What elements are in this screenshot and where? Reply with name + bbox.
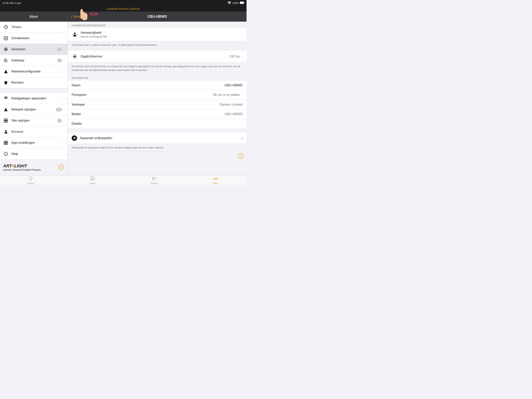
disconnect-row[interactable]: ✕ Apparaat ontkoppelen › bbox=[68, 133, 247, 144]
netwerkconfiguratie-chevron-icon: › bbox=[63, 70, 64, 74]
svg-point-16 bbox=[5, 130, 7, 132]
svg-rect-14 bbox=[4, 121, 6, 122]
svg-rect-15 bbox=[6, 121, 8, 122]
date: Ma 11 jan. bbox=[10, 1, 22, 5]
tab-lampen[interactable]: Lampen bbox=[0, 176, 62, 185]
tab-bar: Lampen A Galerij Scènes ••• Meer bbox=[0, 175, 247, 185]
app-instellingen-chevron-icon: › bbox=[63, 141, 64, 145]
lampen-tab-label: Lampen bbox=[27, 182, 35, 185]
logo-tagline: Importer Casambi Enabled Products bbox=[3, 168, 64, 171]
sidebar-item-nabijgelegen[interactable]: Nabijgelegen apparaten › bbox=[0, 93, 68, 104]
info-row-verkoper: Verkoper Danlers Limited bbox=[68, 100, 247, 109]
sidebar-item-gateway[interactable]: Gateway 1 › bbox=[0, 55, 68, 66]
wifi-icon bbox=[228, 1, 231, 5]
info-row-naam: Naam CBU-HBWD bbox=[68, 81, 247, 90]
status-bar-left: 14:38 Ma 11 jan. bbox=[2, 1, 22, 5]
netwerk-wijzigen-chevron-icon: › bbox=[63, 108, 64, 112]
model-label: Model bbox=[72, 112, 111, 116]
svg-line-30 bbox=[76, 58, 76, 58]
disconnect-chevron-icon: › bbox=[242, 136, 243, 140]
tab-galerij[interactable]: A Galerij bbox=[62, 176, 123, 185]
svg-marker-11 bbox=[4, 108, 8, 111]
sidebar-item-app-instellingen[interactable]: App-instellingen › bbox=[0, 137, 68, 148]
svg-text:A: A bbox=[92, 178, 93, 180]
sidebar-item-label-rechten: Rechten bbox=[11, 81, 63, 84]
daglichtsensor-value: 132 lux bbox=[229, 55, 240, 58]
schakelaars-icon bbox=[3, 35, 9, 41]
svg-rect-17 bbox=[4, 141, 6, 143]
site-wijzigen-chevron-icon: › bbox=[63, 119, 64, 123]
verkoper-value: Danlers Limited bbox=[111, 103, 243, 107]
aanwezigheid-main: Aanwezigheid Kamer overdag [2:00] bbox=[81, 31, 241, 38]
tab-meer[interactable]: ••• Meer bbox=[185, 176, 247, 184]
svg-point-8 bbox=[6, 59, 6, 60]
nav-header: Meer ‹ Terug CBU-HBWD bbox=[0, 12, 247, 22]
aanwezigheid-chevron-icon: › bbox=[241, 32, 243, 37]
sidebar-item-label-gateway: Gateway bbox=[11, 58, 57, 62]
details-chevron-icon: › bbox=[241, 122, 243, 126]
aanwezigheid-row[interactable]: Aanwezigheid Kamer overdag [2:00] › bbox=[68, 28, 247, 41]
sidebar-item-help[interactable]: i Help › bbox=[0, 148, 68, 160]
lampen-tab-icon bbox=[29, 176, 33, 182]
netwerkconfiguratie-icon bbox=[3, 69, 9, 74]
help-icon: i bbox=[3, 151, 9, 157]
sidebar-item-label-app-instellingen: App-instellingen bbox=[11, 141, 63, 145]
rechten-icon bbox=[3, 80, 9, 85]
svg-rect-0 bbox=[240, 1, 244, 4]
battery-icon bbox=[240, 1, 244, 5]
sidebar-item-sensoren[interactable]: Sensoren 1 › bbox=[0, 44, 68, 55]
sidebar-item-timers[interactable]: Timers › bbox=[0, 22, 68, 33]
account-icon bbox=[3, 129, 9, 135]
naam-label: Naam bbox=[72, 83, 111, 87]
help-chevron-icon: › bbox=[63, 152, 64, 156]
nabijgelegen-icon bbox=[3, 96, 9, 101]
back-button[interactable]: ‹ Terug bbox=[71, 14, 81, 19]
content-area: AANWEZIGHEIDSSENSOR Aanwezigheid Kamer o… bbox=[68, 22, 247, 175]
disconnect-label: Apparaat ontkoppelen bbox=[80, 136, 242, 140]
content-help-button[interactable]: ? bbox=[238, 153, 243, 159]
time: 14:38 bbox=[2, 1, 9, 5]
gateway-badge: 1 bbox=[57, 59, 62, 62]
svg-marker-9 bbox=[4, 70, 8, 73]
info-row-details[interactable]: Details › bbox=[68, 119, 247, 129]
svg-rect-12 bbox=[4, 119, 6, 120]
tab-scenes[interactable]: Scènes bbox=[123, 176, 185, 185]
svg-line-31 bbox=[76, 55, 76, 55]
sidebar-help-button[interactable]: ? bbox=[58, 165, 64, 170]
pictogram-label: Pictogram bbox=[72, 93, 111, 97]
daglicht-icon bbox=[72, 53, 78, 60]
sidebar-item-label-nabijgelegen: Nabijgelegen apparaten bbox=[11, 97, 63, 100]
naam-value: CBU-HBWD bbox=[111, 83, 243, 87]
svg-rect-18 bbox=[6, 141, 8, 143]
netwerk-wijzigen-badge: 32 bbox=[56, 108, 62, 111]
info-row-pictogram[interactable]: Pictogram Tik om in te stellen › bbox=[68, 90, 247, 100]
daglichtsensor-row[interactable]: Daglichtsensor 132 lux › bbox=[68, 51, 247, 63]
klik-label: KLIK bbox=[90, 12, 98, 16]
kc-title: Casambi Kennis Centrum bbox=[107, 7, 140, 10]
status-bar-right: 100% bbox=[228, 1, 244, 5]
sidebar-item-label-site-wijzigen: Site wijzigen bbox=[11, 119, 57, 122]
page-title: CBU-HBWD bbox=[147, 15, 167, 19]
main-layout: Timers › Schakelaars › Sensoren bbox=[0, 22, 247, 175]
logo-text: ART4LIGHT bbox=[3, 163, 64, 168]
info-row-model: Model CBU-HBWD bbox=[68, 109, 247, 119]
sidebar-item-label-netwerk-wijzigen: Netwerk wijzigen bbox=[11, 108, 56, 111]
sidebar-item-schakelaars[interactable]: Schakelaars › bbox=[0, 33, 68, 44]
svg-point-6 bbox=[5, 49, 7, 50]
daglichtsensor-chevron-icon: › bbox=[241, 54, 243, 58]
sidebar-item-account[interactable]: Account › bbox=[0, 126, 68, 137]
svg-point-10 bbox=[5, 98, 6, 99]
rechten-chevron-icon: › bbox=[63, 81, 64, 85]
sidebar-item-rechten[interactable]: Rechten › bbox=[0, 77, 68, 88]
account-chevron-icon: › bbox=[63, 130, 64, 134]
svg-line-29 bbox=[73, 55, 74, 55]
sensoren-chevron-icon: › bbox=[63, 47, 64, 51]
sidebar-item-site-wijzigen[interactable]: Site wijzigen 1 › bbox=[0, 115, 68, 126]
pictogram-value: Tik om in te stellen › bbox=[111, 93, 243, 97]
sidebar-item-netwerkconfiguratie[interactable]: Netwerkconfiguratie › bbox=[0, 66, 68, 77]
svg-text:i: i bbox=[6, 153, 6, 155]
meer-tab-label: Meer bbox=[213, 182, 218, 184]
sidebar-item-netwerk-wijzigen[interactable]: Netwerk wijzigen 32 › bbox=[0, 104, 68, 115]
meer-tab-icon: ••• bbox=[213, 176, 218, 181]
sidebar-item-label-sensoren: Sensoren bbox=[11, 47, 57, 51]
